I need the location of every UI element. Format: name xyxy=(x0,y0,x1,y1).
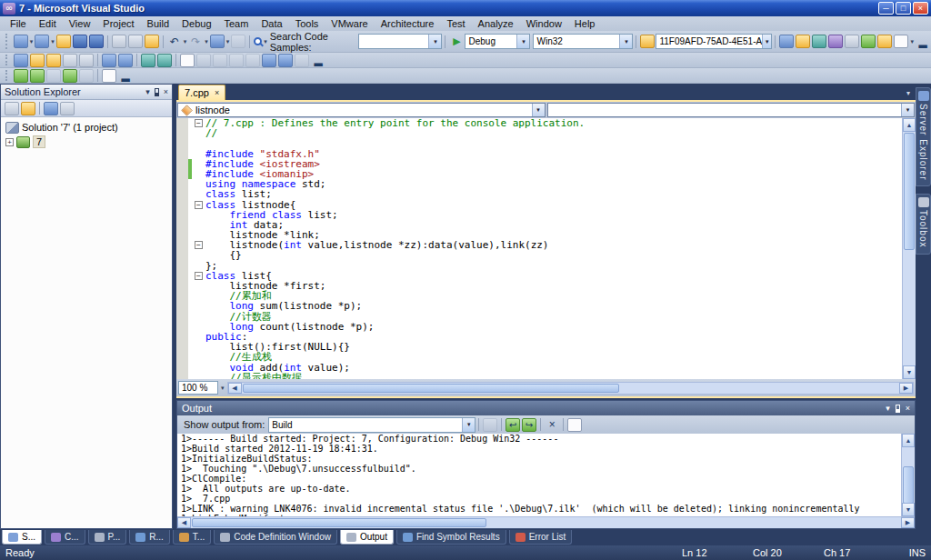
members-select[interactable]: ▾ xyxy=(547,103,916,117)
panel-tab-c-[interactable]: C... xyxy=(45,530,85,545)
menu-file[interactable]: File xyxy=(4,16,33,31)
code-line[interactable]: long sum(listnode *p); xyxy=(176,301,916,311)
display-quick-info-icon[interactable] xyxy=(46,54,61,67)
goto-previous-message-icon[interactable]: ↩ xyxy=(506,418,520,432)
solution-configuration-select[interactable]: Debug▾ xyxy=(465,34,530,49)
add-item-icon-dropdown[interactable]: ▾ xyxy=(51,38,55,45)
solution-node[interactable]: Solution '7' (1 project) xyxy=(3,120,170,135)
indicator-margin[interactable] xyxy=(176,189,188,199)
decrease-indent-icon[interactable] xyxy=(102,54,116,67)
indicator-margin[interactable] xyxy=(176,271,188,281)
compile-icon[interactable] xyxy=(14,69,28,83)
code-line[interactable]: {} xyxy=(176,250,916,260)
clear-all-icon[interactable]: × xyxy=(545,418,559,432)
menu-vmware[interactable]: VMware xyxy=(325,16,374,31)
menu-debug[interactable]: Debug xyxy=(175,16,217,31)
display-object-member-list-icon[interactable] xyxy=(14,54,28,67)
scroll-up-icon[interactable]: ▲ xyxy=(902,434,915,447)
code-line[interactable]: long count(listnode *p); xyxy=(176,322,916,332)
indicator-margin[interactable] xyxy=(176,210,188,220)
solution-explorer-toolbar-icon[interactable] xyxy=(779,35,794,48)
show-all-files-icon[interactable] xyxy=(21,102,35,115)
code-line[interactable]: // xyxy=(176,128,916,138)
navigate-backward-icon[interactable] xyxy=(210,35,225,48)
collapse-icon[interactable]: − xyxy=(195,201,203,209)
menu-data[interactable]: Data xyxy=(255,16,288,31)
undo-icon-dropdown[interactable]: ▾ xyxy=(184,38,187,45)
panel-tab-output[interactable]: Output xyxy=(340,530,394,545)
indicator-margin[interactable] xyxy=(176,281,188,291)
menu-help[interactable]: Help xyxy=(568,16,602,31)
autohide-tab-server-explorer[interactable]: Server Explorer xyxy=(916,87,931,186)
document-list-dropdown-icon[interactable]: ▾ xyxy=(901,89,916,100)
restore-button[interactable]: □ xyxy=(896,2,911,15)
panel-tab-s-[interactable]: S... xyxy=(2,530,42,545)
save-all-icon[interactable] xyxy=(89,35,104,48)
paste-icon[interactable] xyxy=(145,35,159,48)
indicator-margin[interactable] xyxy=(176,373,188,379)
panel-tab-error-list[interactable]: Error List xyxy=(509,530,573,545)
indicator-margin[interactable] xyxy=(176,322,188,332)
guid-select[interactable]: 11F09AFD-75AD-4E51-AB43-E09H▾ xyxy=(656,34,772,49)
project-node[interactable]: + 7 xyxy=(3,135,170,149)
window-position-icon[interactable]: ▾ xyxy=(145,87,150,96)
panel-tab-p-[interactable]: P... xyxy=(88,530,127,545)
panel-tab-find-symbol-results[interactable]: Find Symbol Results xyxy=(396,530,506,545)
command-window-icon-dropdown[interactable]: ▾ xyxy=(910,38,914,45)
close-panel-icon[interactable]: × xyxy=(906,404,910,413)
close-tab-icon[interactable]: × xyxy=(215,88,219,97)
indicator-margin[interactable] xyxy=(176,169,188,179)
minimize-button[interactable]: ─ xyxy=(878,2,894,15)
scroll-thumb[interactable] xyxy=(192,518,486,527)
close-panel-icon[interactable]: × xyxy=(164,87,168,96)
code-line[interactable] xyxy=(176,138,916,148)
redo-icon-dropdown[interactable]: ▾ xyxy=(205,38,208,45)
indicator-margin[interactable] xyxy=(176,230,188,240)
indicator-margin[interactable] xyxy=(176,179,188,189)
goto-next-message-icon[interactable]: ↪ xyxy=(522,418,536,432)
menu-view[interactable]: View xyxy=(63,16,97,31)
scroll-thumb[interactable] xyxy=(243,384,619,393)
auto-hide-pin-icon[interactable] xyxy=(155,88,159,96)
code-line[interactable]: //生成栈 xyxy=(176,352,916,362)
panel-tab-code-definition-window[interactable]: Code Definition Window xyxy=(214,530,337,545)
autohide-tab-toolbox[interactable]: Toolbox xyxy=(916,194,931,254)
menu-window[interactable]: Window xyxy=(520,16,568,31)
start-page-icon[interactable] xyxy=(861,35,876,48)
object-browser-icon[interactable] xyxy=(812,35,826,48)
types-select[interactable]: listnode ▾ xyxy=(177,103,546,117)
document-tab-7cpp[interactable]: 7.cpp × xyxy=(178,85,225,100)
scroll-right-icon[interactable]: ▶ xyxy=(899,383,913,394)
increase-indent-icon[interactable] xyxy=(118,54,133,67)
indicator-margin[interactable] xyxy=(176,291,188,301)
indicator-margin[interactable] xyxy=(176,352,188,362)
expand-icon[interactable]: + xyxy=(5,138,14,146)
indicator-margin[interactable] xyxy=(176,240,188,250)
next-bookmark-in-document-icon[interactable] xyxy=(278,54,293,67)
build-solution-icon[interactable] xyxy=(30,69,45,83)
editor-vertical-scrollbar[interactable]: ▲ ▼ xyxy=(902,118,916,379)
undo-icon[interactable]: ↶ xyxy=(167,35,182,48)
indicator-margin[interactable] xyxy=(176,363,188,373)
collapse-icon[interactable]: − xyxy=(195,119,203,127)
collapse-icon[interactable]: − xyxy=(195,272,203,280)
cut-icon[interactable] xyxy=(112,35,126,48)
copy-icon[interactable] xyxy=(128,35,143,48)
menu-architecture[interactable]: Architecture xyxy=(375,16,441,31)
indicator-margin[interactable] xyxy=(176,301,188,311)
indicator-margin[interactable] xyxy=(176,149,188,159)
save-icon[interactable] xyxy=(73,35,87,48)
properties-window-icon[interactable] xyxy=(796,35,810,48)
menu-project[interactable]: Project xyxy=(96,16,140,31)
build-toolbar-overflow-icon[interactable]: ▂ xyxy=(118,69,133,83)
toggle-word-wrap-icon[interactable] xyxy=(567,418,582,432)
indicator-margin[interactable] xyxy=(176,332,188,342)
scroll-right-icon[interactable]: ▶ xyxy=(901,517,915,528)
format-document-icon[interactable] xyxy=(79,54,94,67)
editor-toolbar-overflow-icon[interactable]: ▂ xyxy=(311,54,325,67)
indicator-margin[interactable] xyxy=(176,250,188,260)
indicator-margin[interactable] xyxy=(176,118,188,128)
uncomment-selection-icon[interactable] xyxy=(157,54,172,67)
view-class-diagram-icon[interactable] xyxy=(60,102,75,115)
code-line[interactable]: void add(int value); xyxy=(176,363,916,373)
